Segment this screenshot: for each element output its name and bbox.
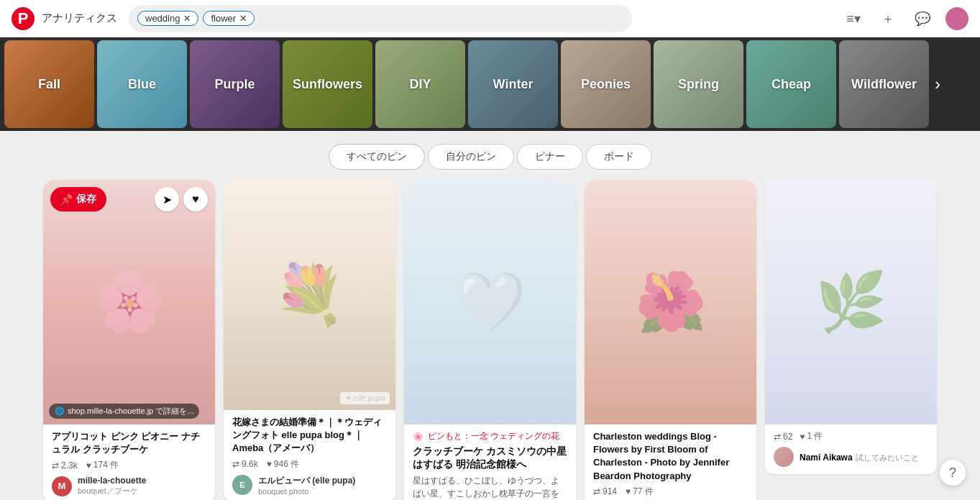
grid-menu-icon[interactable]: ≡▾ <box>842 7 865 30</box>
pin-image-1[interactable]: 🌸 📌 保存 ➤ ♥ 🌐 shop.mille-la-chouette.jp で… <box>43 180 215 424</box>
category-blue[interactable]: Blue <box>97 40 187 128</box>
pinterest-logo[interactable]: P <box>12 7 35 30</box>
avatar[interactable] <box>945 7 968 30</box>
pin-card-1: 🌸 📌 保存 ➤ ♥ 🌐 shop.mille-la-chouette.jp で… <box>43 180 215 500</box>
repin-icon-2: ⇄ <box>232 459 239 469</box>
logo-wrap: P アナリティクス <box>12 7 117 30</box>
pin-overlay-1: 📌 保存 ➤ ♥ <box>43 180 215 219</box>
pin-grid: 🌸 📌 保存 ➤ ♥ 🌐 shop.mille-la-chouette.jp で… <box>0 180 980 500</box>
category-diy-label: DIY <box>409 77 431 92</box>
pin-icon: 📌 <box>60 194 73 205</box>
globe-icon-1: 🌐 <box>55 406 65 416</box>
like-stat-4: ♥ 77 件 <box>626 486 654 498</box>
pin-column-1: 🌸 📌 保存 ➤ ♥ 🌐 shop.mille-la-chouette.jp で… <box>43 180 215 500</box>
user-avatar-1[interactable]: M <box>52 476 72 496</box>
search-bar: wedding ✕ flower ✕ <box>129 5 632 32</box>
pin-info-4: Charleston weddings Blog - Flowers by Fi… <box>585 424 756 500</box>
user-info-1: mille-la-chouette bouquet／ブーケ <box>78 476 146 496</box>
logo-p: P <box>18 9 29 28</box>
message-icon[interactable]: 💬 <box>911 7 934 30</box>
repin-count-4: 914 <box>603 486 617 496</box>
tag-label-wedding: wedding <box>145 13 180 24</box>
pin-source-1: 🌐 shop.mille-la-chouette.jp で詳細を... <box>49 404 199 419</box>
pin-source-label-3: ピンもと：一念 ウェディングの花 <box>428 430 559 442</box>
pin-title-2: 花嫁さまの結婚準備＊｜＊ウェディングフォト elle pupa blog＊｜Am… <box>232 416 387 455</box>
save-label-1: 保存 <box>76 193 96 206</box>
pin-image-5[interactable]: 🌿 <box>765 180 937 424</box>
pin-info-5: ⇄ 62 ♥ 1 件 Nami Aikawa 試してみたいこと <box>765 424 937 474</box>
category-cheap-label: Cheap <box>771 77 811 92</box>
category-peonies[interactable]: Peonies <box>561 40 651 128</box>
user-name-5: Nami Aikawa <box>800 453 853 463</box>
user-name-2: エルピューパ (elle pupa) <box>258 475 355 487</box>
like-icon-1: ♥ <box>86 460 91 471</box>
heart-icon-1[interactable]: ♥ <box>183 187 208 212</box>
help-button[interactable]: ? <box>940 460 966 486</box>
tag-label-flower: flower <box>211 13 236 24</box>
category-fall-label: Fall <box>38 77 60 92</box>
user-name-1: mille-la-chouette <box>78 476 146 486</box>
pin-image-2[interactable]: 💐 ✦ elle pupa <box>224 180 395 410</box>
repin-count-2: 9.6k <box>242 459 258 469</box>
search-input[interactable] <box>259 13 623 24</box>
category-sunflowers[interactable]: Sunflowers <box>283 40 372 128</box>
pin-card-5: 🌿 ⇄ 62 ♥ 1 件 Nami Aikaw <box>765 180 937 474</box>
pin-info-1: アプリコット ピンク ピオニー ナチュラル クラッチブーケ ⇄ 2.3k ♥ 1… <box>43 424 215 500</box>
like-count-1: 174 件 <box>93 459 119 471</box>
pin-image-4[interactable]: 🌺 <box>585 180 756 424</box>
send-icon-1[interactable]: ➤ <box>155 187 179 212</box>
like-count-4: 77 件 <box>633 486 654 498</box>
like-icon-5: ♥ <box>800 432 805 442</box>
category-purple[interactable]: Purple <box>190 40 280 128</box>
pin-body-text-3: 星はすばる、ひこぼし、ゆうづつ、よばい星、すこしおかし枕草子の一言をなんとなく思… <box>413 474 567 500</box>
tab-mine[interactable]: 自分のピン <box>428 144 514 170</box>
pin-column-3: 🤍 🌸 ピンもと：一念 ウェディングの花 クラッチブーケ カスミソウの中星はすば… <box>404 180 576 500</box>
pin-card-3: 🤍 🌸 ピンもと：一念 ウェディングの花 クラッチブーケ カスミソウの中星はすば… <box>404 180 576 500</box>
tab-all[interactable]: すべてのピン <box>329 144 425 170</box>
flower-decoration-5: 🌿 <box>765 180 937 424</box>
repin-stat-4: ⇄ 914 <box>593 486 617 496</box>
user-avatar-5[interactable] <box>774 447 794 467</box>
pin-column-2: 💐 ✦ elle pupa 花嫁さまの結婚準備＊｜＊ウェディングフォト elle… <box>224 180 395 500</box>
pin-image-3[interactable]: 🤍 <box>404 180 576 424</box>
user-info-2: エルピューパ (elle pupa) bouquet photo <box>258 475 355 496</box>
like-stat-1: ♥ 174 件 <box>86 459 119 471</box>
repin-stat-5: ⇄ 62 <box>774 432 792 442</box>
category-winter-label: Winter <box>493 77 533 92</box>
category-cheap[interactable]: Cheap <box>746 40 836 128</box>
pin-column-4: 🌺 Charleston weddings Blog - Flowers by … <box>585 180 756 500</box>
flower-decoration-3: 🤍 <box>404 180 576 424</box>
header: P アナリティクス wedding ✕ flower ✕ ≡▾ ＋ 💬 <box>0 0 980 37</box>
flower-decoration-4: 🌺 <box>585 180 756 424</box>
pin-title-1: アプリコット ピンク ピオニー ナチュラル クラッチブーケ <box>52 430 206 456</box>
category-next-icon[interactable]: › <box>930 74 945 94</box>
tag-chip-wedding[interactable]: wedding ✕ <box>137 11 198 26</box>
pin-user-2: E エルピューパ (elle pupa) bouquet photo <box>232 475 387 496</box>
like-count-5: 1 件 <box>807 430 823 442</box>
tab-pinner[interactable]: ピナー <box>517 144 583 170</box>
flower-source-icon-3: 🌸 <box>413 432 423 442</box>
save-button-1[interactable]: 📌 保存 <box>50 187 106 212</box>
header-right: ≡▾ ＋ 💬 <box>842 7 968 30</box>
pin-stats-5: ⇄ 62 ♥ 1 件 <box>774 430 928 442</box>
category-fall[interactable]: Fall <box>4 40 94 128</box>
user-board-5: 試してみたいこと <box>856 453 919 462</box>
category-diy[interactable]: DIY <box>375 40 465 128</box>
pin-source-text-1: shop.mille-la-chouette.jp で詳細を... <box>68 406 193 417</box>
category-sunflowers-label: Sunflowers <box>293 77 362 92</box>
like-icon-4: ♥ <box>626 486 631 496</box>
user-avatar-2[interactable]: E <box>232 475 252 495</box>
pin-source-3: 🌸 ピンもと：一念 ウェディングの花 <box>413 430 567 442</box>
category-wildflower[interactable]: Wildflower <box>839 40 929 128</box>
tab-board[interactable]: ボード <box>586 144 652 170</box>
tabs-row: すべてのピン 自分のピン ピナー ボード <box>0 131 980 180</box>
repin-count-5: 62 <box>783 432 792 442</box>
like-icon-2: ♥ <box>267 459 272 469</box>
add-icon[interactable]: ＋ <box>876 7 899 30</box>
category-winter[interactable]: Winter <box>468 40 558 128</box>
close-icon-wedding[interactable]: ✕ <box>183 14 191 24</box>
close-icon-flower[interactable]: ✕ <box>239 14 247 24</box>
tag-chip-flower[interactable]: flower ✕ <box>203 11 255 26</box>
category-spring[interactable]: Spring <box>654 40 743 128</box>
like-stat-2: ♥ 946 件 <box>267 458 299 471</box>
